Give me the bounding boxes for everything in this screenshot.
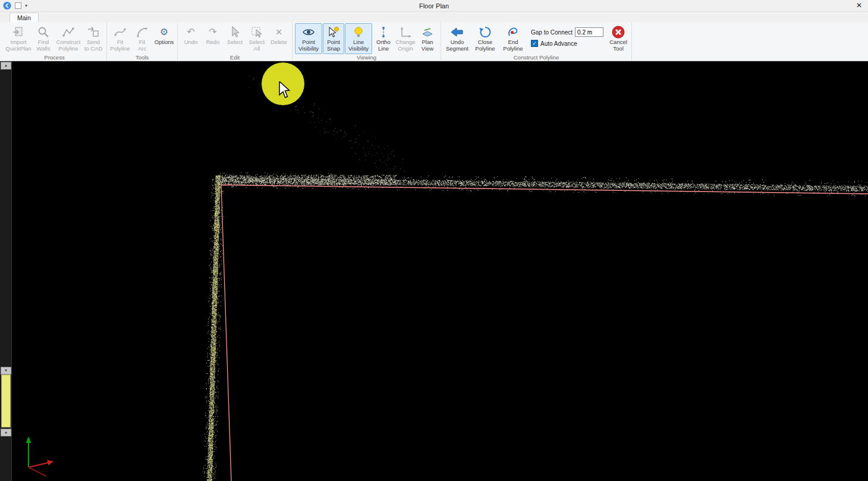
end-polyline-icon [507, 25, 520, 39]
group-label-viewing: Viewing [295, 54, 438, 61]
group-label-edit: Edit [180, 54, 290, 61]
point-snap-icon [327, 25, 340, 39]
cursor-highlight [262, 62, 304, 105]
group-label-tools: Tools [109, 54, 175, 61]
ribbon-group-viewing: Point Visibility Point Snap Line Visibil… [293, 22, 441, 61]
group-label-construct-polyline: Construct Polyline [444, 54, 629, 61]
eye-icon [302, 25, 315, 39]
change-origin-button[interactable]: Change Origin [395, 23, 416, 54]
fit-polyline-icon [114, 25, 127, 39]
import-quickplan-label: Import QuickPlan [5, 39, 31, 52]
line-visibility-label: Line Visibility [348, 39, 369, 52]
point-visibility-button[interactable]: Point Visibility [295, 23, 322, 54]
point-cloud-canvas[interactable] [12, 61, 868, 481]
left-panel-scroll-down-button[interactable]: ▼ [1, 367, 11, 375]
options-button[interactable]: ⚙ Options [153, 23, 175, 54]
ribbon-group-tools: Fit Polyline Fit Arc ⚙ Options Tools [107, 22, 178, 61]
redo-button[interactable]: ↷ Redo [202, 23, 224, 54]
redo-icon: ↷ [209, 25, 216, 39]
left-panel-scroll-up-button[interactable]: ▲ [1, 429, 11, 436]
tab-main[interactable]: Main [10, 12, 39, 22]
select-all-label: Select All [249, 39, 265, 52]
send-to-cad-label: Send to CAD [84, 39, 103, 52]
end-polyline-button[interactable]: End Polyline [499, 23, 527, 54]
auto-advance-label: Auto Advance [540, 40, 577, 47]
line-visibility-button[interactable]: Line Visibility [345, 23, 372, 54]
undo-segment-label: Undo Segment [446, 39, 468, 52]
plan-view-label: Plan View [422, 39, 433, 52]
close-polyline-icon [479, 25, 492, 39]
select-all-icon [250, 25, 263, 39]
select-button[interactable]: Select [224, 23, 246, 54]
delete-label: Delete [271, 39, 287, 46]
end-polyline-label: End Polyline [503, 39, 523, 52]
import-quickplan-button[interactable]: Import QuickPlan [5, 23, 32, 54]
cancel-tool-icon [611, 25, 625, 39]
quick-access-caret-icon[interactable]: ▾ [25, 4, 27, 8]
delete-button[interactable]: × Delete [268, 23, 290, 54]
gap-to-connect-label: Gap to Connect [531, 29, 573, 36]
ribbon-group-edit: ↶ Undo ↷ Redo Select Select All × [178, 22, 293, 61]
fit-arc-icon [136, 25, 149, 39]
undo-segment-button[interactable]: Undo Segment [444, 23, 471, 54]
left-panel-tab[interactable] [1, 375, 11, 427]
group-label-process: Process [5, 54, 104, 61]
cancel-tool-label: Cancel Tool [609, 39, 627, 52]
construct-polyline-button[interactable]: Construct Polyline [55, 23, 82, 54]
change-origin-label: Change Origin [395, 39, 415, 52]
construct-polyline-controls: Gap to Connect ✓ Auto Advance [527, 23, 607, 47]
import-quickplan-icon [12, 25, 25, 39]
cancel-tool-button[interactable]: Cancel Tool [608, 23, 629, 54]
ortho-line-label: Ortho Line [376, 39, 391, 52]
left-panel-scroll-top-button[interactable]: ▲ [1, 62, 11, 70]
options-gear-icon: ⚙ [160, 25, 168, 39]
fit-polyline-label: Fit Polyline [110, 39, 130, 52]
quick-access-icon[interactable] [15, 2, 21, 9]
point-snap-button[interactable]: Point Snap [323, 23, 344, 54]
plan-view-icon [421, 25, 434, 39]
ribbon-tab-row: Main [0, 12, 868, 22]
close-polyline-button[interactable]: Close Polyline [471, 23, 499, 54]
redo-label: Redo [206, 39, 220, 46]
left-panel-strip: ▲ ▼ ▲ [0, 61, 12, 481]
undo-icon: ↶ [187, 25, 194, 39]
back-button[interactable] [3, 2, 11, 10]
point-visibility-label: Point Visibility [298, 39, 319, 52]
close-polyline-label: Close Polyline [475, 39, 495, 52]
fit-arc-button[interactable]: Fit Arc [131, 23, 153, 54]
undo-label: Undo [184, 39, 198, 46]
construct-polyline-icon [62, 25, 75, 39]
select-label: Select [227, 39, 243, 46]
select-cursor-icon [228, 25, 241, 39]
send-to-cad-icon [87, 25, 100, 39]
construct-polyline-label: Construct Polyline [56, 39, 81, 52]
change-origin-icon [399, 25, 412, 39]
fit-polyline-button[interactable]: Fit Polyline [109, 23, 131, 54]
window-title: Floor Plan [0, 2, 868, 10]
close-button[interactable]: ✕ [854, 1, 864, 10]
ribbon-group-construct-polyline: Undo Segment Close Polyline End Polyline… [441, 22, 632, 61]
ortho-line-button[interactable]: Ortho Line [373, 23, 394, 54]
lightbulb-icon [352, 25, 365, 39]
mouse-cursor-icon [278, 81, 291, 99]
delete-icon: × [275, 25, 282, 39]
auto-advance-checkbox[interactable]: ✓ [531, 40, 538, 47]
ribbon: Import QuickPlan Find Walls Construct Po… [0, 22, 868, 61]
plan-view-button[interactable]: Plan View [417, 23, 438, 54]
find-walls-icon [37, 25, 50, 39]
point-snap-label: Point Snap [327, 39, 340, 52]
viewport-area: ▲ ▼ ▲ [0, 61, 868, 481]
coordinate-axes-icon [20, 433, 62, 479]
ortho-line-icon [377, 25, 390, 39]
find-walls-button[interactable]: Find Walls [33, 23, 54, 54]
fit-arc-label: Fit Arc [138, 39, 146, 52]
send-to-cad-button[interactable]: Send to CAD [83, 23, 104, 54]
select-all-button[interactable]: Select All [246, 23, 268, 54]
gap-to-connect-input[interactable] [575, 27, 603, 37]
undo-button[interactable]: ↶ Undo [180, 23, 202, 54]
options-label: Options [155, 39, 174, 46]
title-bar: ▾ Floor Plan ✕ [0, 0, 868, 12]
undo-segment-arrow-icon [450, 25, 464, 39]
find-walls-label: Find Walls [37, 39, 51, 52]
ribbon-group-process: Import QuickPlan Find Walls Construct Po… [2, 22, 107, 61]
